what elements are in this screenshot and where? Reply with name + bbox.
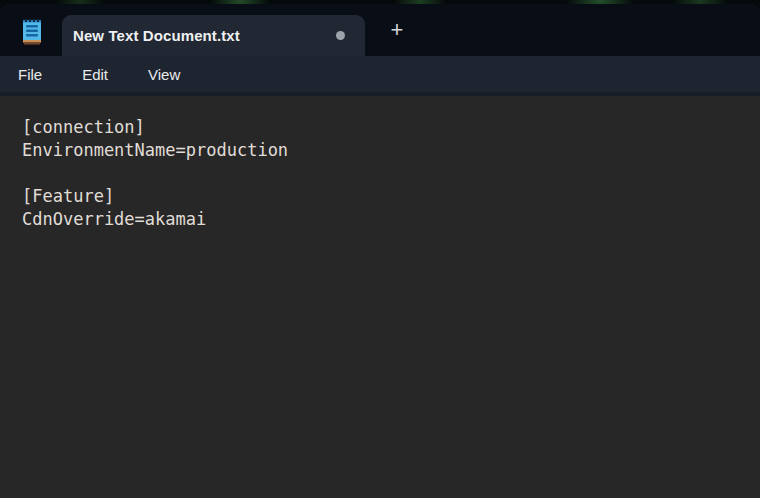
notepad-icon (21, 17, 43, 45)
tab-new-text-document[interactable]: New Text Document.txt (62, 15, 365, 56)
menu-file[interactable]: File (18, 66, 42, 83)
menubar: File Edit View (0, 56, 760, 96)
text-editor-area[interactable]: [connection] EnvironmentName=production … (0, 96, 760, 498)
editor-line: CdnOverride=akamai (22, 208, 760, 231)
tab-title: New Text Document.txt (73, 27, 240, 44)
notepad-window: New Text Document.txt + File Edit View [… (0, 4, 760, 498)
editor-line: [Feature] (22, 185, 760, 208)
new-tab-button[interactable]: + (378, 11, 416, 49)
editor-line: EnvironmentName=production (22, 139, 760, 162)
editor-line (22, 162, 760, 185)
menu-edit[interactable]: Edit (82, 66, 108, 83)
editor-line: [connection] (22, 116, 760, 139)
menu-view[interactable]: View (148, 66, 180, 83)
unsaved-indicator-dot (336, 31, 345, 40)
titlebar[interactable]: New Text Document.txt + (0, 4, 760, 56)
